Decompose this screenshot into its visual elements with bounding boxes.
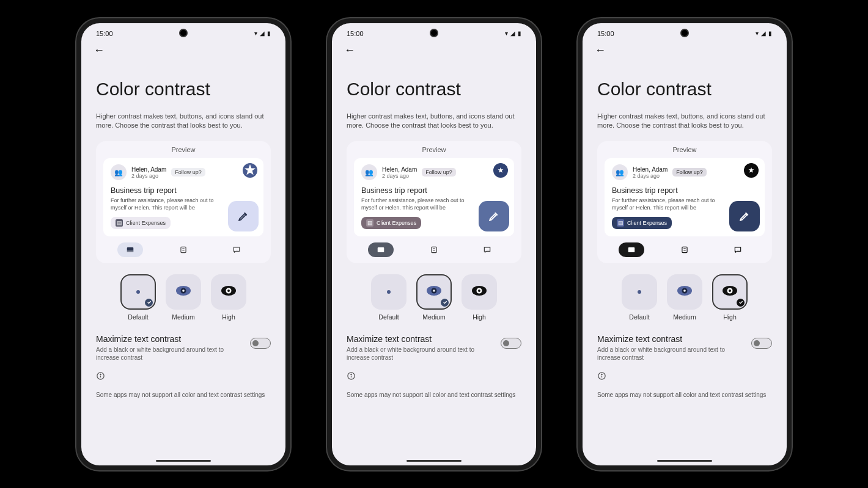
svg-rect-14	[377, 247, 384, 252]
back-button[interactable]: ←	[94, 44, 271, 57]
home-indicator[interactable]	[657, 460, 712, 462]
contrast-levels: Default Medium High	[347, 274, 521, 321]
attachment-label: Client Expenses	[126, 220, 166, 226]
page-title: Color contrast	[597, 79, 772, 100]
svg-point-10	[227, 290, 230, 292]
level-medium[interactable]: Medium	[667, 274, 702, 321]
phone-medium: 15:00 ▾◢▮ ← Color contrast Higher contra…	[327, 18, 541, 470]
preview-tabs	[605, 242, 765, 257]
attachment-chip[interactable]: ▤Client Expenses	[361, 217, 421, 229]
tab-inbox[interactable]	[117, 242, 143, 257]
level-default[interactable]: Default	[371, 274, 406, 321]
svg-rect-1	[127, 250, 133, 252]
followup-chip[interactable]: Follow up?	[422, 168, 456, 177]
preview-label: Preview	[103, 146, 263, 153]
maximize-desc: Add a black or white background around t…	[347, 346, 481, 362]
email-subject: Business trip report	[612, 186, 757, 195]
compose-fab[interactable]	[228, 201, 259, 231]
tab-chat[interactable]	[224, 242, 249, 257]
tab-chat[interactable]	[725, 242, 751, 257]
eye-icon	[638, 290, 641, 294]
info-icon[interactable]	[597, 371, 772, 383]
battery-icon: ▮	[518, 30, 521, 37]
wifi-icon: ▾	[254, 30, 257, 37]
star-button[interactable]	[243, 163, 257, 178]
status-icons: ▾ ◢ ▮	[254, 30, 271, 37]
level-default[interactable]: Default	[622, 274, 657, 321]
wifi-icon: ▾	[756, 30, 759, 37]
check-icon	[737, 299, 745, 307]
back-button[interactable]: ←	[344, 44, 521, 57]
page-title: Color contrast	[96, 79, 271, 100]
maximize-desc: Add a black or white background around t…	[96, 346, 230, 362]
level-medium[interactable]: Medium	[166, 274, 201, 321]
svg-point-13	[100, 374, 101, 374]
info-icon[interactable]	[347, 371, 521, 383]
phone-high: 15:00 ▾◢▮ ← Color contrast Higher contra…	[578, 18, 792, 470]
followup-chip[interactable]: Follow up?	[672, 168, 707, 177]
status-time: 15:00	[597, 30, 614, 37]
eye-icon	[426, 285, 442, 299]
wifi-icon: ▾	[505, 30, 508, 37]
home-indicator[interactable]	[406, 460, 462, 462]
maximize-toggle[interactable]	[501, 338, 521, 349]
eye-icon	[471, 285, 487, 299]
preview-card: Preview 👥 Helen, Adam 2 days ago Follow …	[96, 141, 271, 263]
page-description: Higher contrast makes text, buttons, and…	[96, 112, 271, 131]
sent-ago: 2 days ago	[633, 173, 668, 179]
status-icons: ▾◢▮	[505, 30, 521, 37]
compose-fab[interactable]	[479, 201, 509, 231]
eye-icon	[387, 290, 391, 294]
attachment-chip[interactable]: ▤ Client Expenses	[111, 217, 171, 229]
phone-default: 15:00 ▾ ◢ ▮ ← Color contrast Higher cont…	[76, 18, 290, 470]
svg-point-36	[729, 290, 731, 292]
tab-notes[interactable]	[672, 242, 697, 257]
level-medium[interactable]: Medium	[416, 274, 452, 321]
document-icon: ▤	[366, 219, 373, 227]
tab-notes[interactable]	[421, 242, 447, 257]
preview-card: Preview 👥 Helen, Adam2 days ago Follow u…	[597, 141, 772, 263]
maximize-toggle[interactable]	[751, 338, 772, 349]
back-button[interactable]: ←	[595, 44, 772, 57]
followup-chip[interactable]: Follow up?	[171, 168, 205, 177]
info-icon[interactable]	[96, 371, 271, 383]
home-indicator[interactable]	[156, 460, 211, 462]
footnote: Some apps may not support all color and …	[597, 391, 772, 398]
status-time: 15:00	[96, 30, 113, 37]
status-icons: ▾◢▮	[756, 30, 772, 37]
svg-rect-27	[628, 247, 634, 252]
preview-label: Preview	[605, 146, 765, 153]
battery-icon: ▮	[768, 30, 772, 37]
level-high[interactable]: High	[211, 274, 246, 321]
battery-icon: ▮	[267, 30, 271, 37]
page-description: Higher contrast makes text, buttons, and…	[597, 112, 772, 131]
tab-inbox[interactable]	[619, 242, 644, 257]
preview-email: 👥 Helen, Adam 2 days ago Follow up? Busi…	[103, 158, 263, 236]
svg-point-26	[351, 374, 351, 374]
front-camera	[179, 29, 188, 37]
compose-fab[interactable]	[729, 201, 760, 231]
page-description: Higher contrast makes text, buttons, and…	[347, 112, 521, 131]
level-high[interactable]: High	[462, 274, 497, 321]
eye-icon	[221, 285, 237, 299]
footnote: Some apps may not support all color and …	[347, 391, 521, 398]
avatar-icon: 👥	[361, 164, 377, 180]
email-body: For further assistance, please reach out…	[111, 197, 221, 211]
tab-inbox[interactable]	[368, 242, 394, 257]
level-high[interactable]: High	[712, 274, 748, 321]
attachment-chip[interactable]: ▤Client Expenses	[612, 217, 672, 229]
eye-icon	[677, 285, 693, 299]
email-subject: Business trip report	[111, 186, 256, 195]
tab-chat[interactable]	[474, 242, 500, 257]
preview-email: 👥 Helen, Adam2 days ago Follow up? Busin…	[354, 158, 514, 236]
eye-icon	[175, 285, 191, 299]
maximize-title: Maximize text contrast	[96, 334, 230, 344]
check-icon	[145, 299, 153, 307]
tab-notes[interactable]	[171, 242, 196, 257]
level-default[interactable]: Default	[120, 274, 156, 321]
maximize-toggle[interactable]	[250, 338, 271, 349]
preview-email: 👥 Helen, Adam2 days ago Follow up? Busin…	[605, 158, 765, 236]
svg-point-23	[478, 290, 480, 292]
maximize-desc: Add a black or white background around t…	[597, 346, 732, 362]
document-icon: ▤	[116, 219, 123, 227]
